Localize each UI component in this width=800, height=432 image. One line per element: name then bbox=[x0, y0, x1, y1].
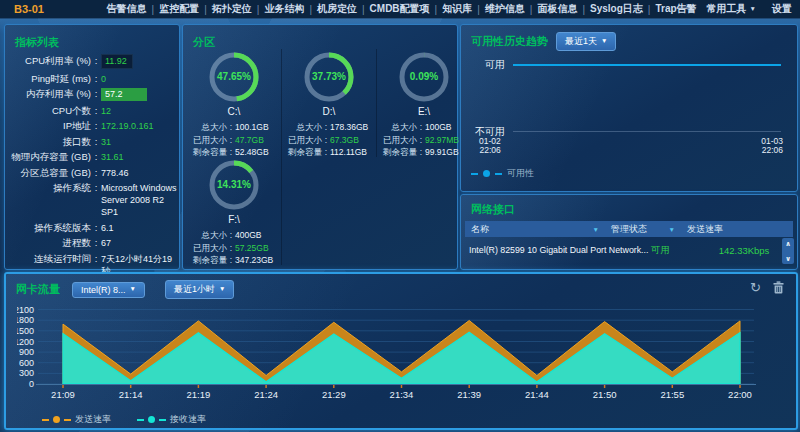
menu-item-4[interactable]: 机房定位 bbox=[317, 2, 357, 16]
column-header-name[interactable]: 名称▼ bbox=[465, 223, 605, 236]
legend-dot-icon bbox=[53, 416, 60, 423]
menu-item-7[interactable]: 维护信息 bbox=[485, 2, 525, 16]
partitions-panel: 分区 47.65%C:\总大小:100.1GB已用大小:47.7GB剩余容量:5… bbox=[182, 24, 458, 270]
drive-detail-row: 已用大小:67.3GB bbox=[282, 134, 376, 147]
menu-item-6[interactable]: 知识库 bbox=[442, 2, 472, 16]
detail-colon: : bbox=[322, 146, 330, 159]
sort-arrow-icon[interactable]: ▼ bbox=[669, 226, 675, 233]
menu-item-8[interactable]: 面板信息 bbox=[537, 2, 577, 16]
metric-row: 操作系统:Microsoft Windows Server 2008 R2 SP… bbox=[9, 182, 177, 218]
legend-line-icon bbox=[42, 419, 49, 421]
menu-separator: | bbox=[147, 4, 160, 15]
svg-text:1800: 1800 bbox=[14, 315, 34, 325]
metric-value-text: Microsoft Windows Server 2008 R2 SP1 bbox=[101, 183, 177, 217]
disk-usage-percent: 14.31% bbox=[208, 159, 260, 211]
scroll-down-icon[interactable]: ∨ bbox=[785, 254, 791, 263]
svg-text:21:29: 21:29 bbox=[322, 389, 346, 400]
detail-label: 总大小 bbox=[187, 121, 227, 134]
host-title: B3-01 bbox=[0, 3, 44, 15]
menu-item-1[interactable]: 监控配置 bbox=[159, 2, 199, 16]
availability-range-button[interactable]: 最近1天▼ bbox=[556, 32, 616, 51]
legend-line-icon bbox=[159, 419, 166, 421]
drive-name: E:\ bbox=[377, 106, 471, 117]
svg-text:21:19: 21:19 bbox=[187, 389, 211, 400]
disk-usage-donut: 14.31% bbox=[208, 159, 260, 211]
detail-colon: : bbox=[227, 134, 235, 147]
drive-detail-row: 剩余容量:99.91GB bbox=[377, 146, 471, 159]
svg-text:21:50: 21:50 bbox=[593, 389, 617, 400]
unavailability-line bbox=[513, 131, 781, 132]
menu-item-0[interactable]: 告警信息 bbox=[107, 2, 147, 16]
metric-colon: : bbox=[91, 73, 101, 85]
menu-item-tools[interactable]: 常用工具▼ bbox=[707, 2, 756, 16]
detail-colon: : bbox=[227, 254, 235, 267]
metric-label: 操作系统版本 bbox=[9, 222, 91, 234]
detail-colon: : bbox=[322, 134, 330, 147]
menu-separator: | bbox=[304, 4, 317, 15]
metrics-panel: 指标列表 CPU利用率 (%):11.92Ping时延 (ms):0内存利用率 … bbox=[4, 24, 180, 270]
traffic-legend: 发送速率接收速率 bbox=[42, 413, 206, 426]
metric-value: 31.61 bbox=[101, 151, 177, 163]
legend-line-icon bbox=[495, 173, 502, 175]
chevron-down-icon: ▼ bbox=[130, 286, 136, 293]
menu-item-3[interactable]: 业务结构 bbox=[264, 2, 304, 16]
metric-value: 6.1 bbox=[101, 222, 177, 234]
drive-detail-row: 总大小:178.36GB bbox=[282, 121, 376, 134]
scroll-up-icon[interactable]: ∧ bbox=[785, 239, 791, 248]
metric-row: 物理内存容量 (GB):31.61 bbox=[9, 151, 177, 163]
availability-panel: 可用性历史趋势 最近1天▼ 可用 不可用 01-0222:06 01-0322:… bbox=[460, 24, 798, 192]
menu-item-2[interactable]: 拓扑定位 bbox=[212, 2, 252, 16]
traffic-range-button[interactable]: 最近1小时▼ bbox=[165, 280, 234, 299]
svg-text:21:44: 21:44 bbox=[525, 389, 549, 400]
metric-row: 进程数:67 bbox=[9, 237, 177, 249]
metric-colon: : bbox=[91, 88, 101, 100]
svg-text:1200: 1200 bbox=[14, 337, 34, 347]
trash-icon[interactable] bbox=[773, 281, 784, 294]
network-panel: 网络接口 名称▼ 管理状态▼ 发送速率▼ Intel(R) 82599 10 G… bbox=[460, 194, 798, 270]
menu-separator: | bbox=[525, 4, 538, 15]
svg-text:21:24: 21:24 bbox=[254, 389, 278, 400]
metric-row: 操作系统版本:6.1 bbox=[9, 222, 177, 234]
column-header-rate[interactable]: 发送速率▼ bbox=[681, 223, 800, 236]
timeline-start: 01-0222:06 bbox=[479, 137, 501, 154]
menu-item-10[interactable]: Trap告警 bbox=[655, 2, 696, 16]
metric-value: 31 bbox=[101, 136, 177, 148]
drive-details: 总大小:100GB已用大小:92.97MB剩余容量:99.91GB bbox=[377, 121, 471, 159]
network-table-row[interactable]: Intel(R) 82599 10 Gigabit Dual Port Netw… bbox=[465, 238, 779, 262]
legend-label: 接收速率 bbox=[170, 413, 206, 426]
menu-item-settings[interactable]: 设置 bbox=[772, 2, 792, 16]
metric-value-text: 67 bbox=[101, 238, 111, 248]
refresh-icon[interactable]: ↻ bbox=[750, 281, 761, 294]
metric-label: CPU个数 bbox=[9, 105, 91, 117]
svg-text:21:14: 21:14 bbox=[119, 389, 143, 400]
legend-item: 发送速率 bbox=[42, 413, 111, 426]
top-menu: 告警信息|监控配置|拓扑定位|业务结构|机房定位|CMDB配置项|知识库|维护信… bbox=[107, 2, 800, 16]
nic-select-button[interactable]: Intel(R) 8...▼ bbox=[72, 282, 145, 298]
menu-item-5[interactable]: CMDB配置项 bbox=[370, 2, 430, 16]
metric-label: Ping时延 (ms) bbox=[9, 73, 91, 85]
table-scrollbar[interactable]: ∧ ∨ bbox=[782, 238, 794, 264]
metric-row: 分区总容量 (GB):778.46 bbox=[9, 167, 177, 179]
metric-row: Ping时延 (ms):0 bbox=[9, 73, 177, 85]
disk-usage-donut: 0.09% bbox=[398, 51, 450, 103]
detail-colon: : bbox=[227, 242, 235, 255]
detail-label: 总大小 bbox=[187, 229, 227, 242]
svg-text:21:34: 21:34 bbox=[390, 389, 414, 400]
menu-separator: | bbox=[577, 4, 590, 15]
metric-value: 778.46 bbox=[101, 167, 177, 179]
sort-arrow-icon[interactable]: ▼ bbox=[593, 226, 599, 233]
menu-item-9[interactable]: Syslog日志 bbox=[590, 2, 643, 16]
metric-colon: : bbox=[91, 120, 101, 132]
metric-label: 内存利用率 (%) bbox=[9, 88, 91, 100]
menu-separator: | bbox=[472, 4, 485, 15]
metric-label: 接口数 bbox=[9, 136, 91, 148]
metric-label: 操作系统 bbox=[9, 182, 91, 194]
legend-line-icon bbox=[471, 173, 478, 175]
drive-details: 总大小:178.36GB已用大小:67.3GB剩余容量:112.11GB bbox=[282, 121, 376, 159]
metric-colon: : bbox=[91, 167, 101, 179]
disk-usage-donut: 47.65% bbox=[208, 51, 260, 103]
disk-usage-donut: 37.73% bbox=[303, 51, 355, 103]
column-header-status[interactable]: 管理状态▼ bbox=[605, 223, 681, 236]
traffic-panel-title: 网卡流量 bbox=[16, 282, 60, 297]
interface-rate: 142.33Kbps bbox=[709, 245, 779, 256]
